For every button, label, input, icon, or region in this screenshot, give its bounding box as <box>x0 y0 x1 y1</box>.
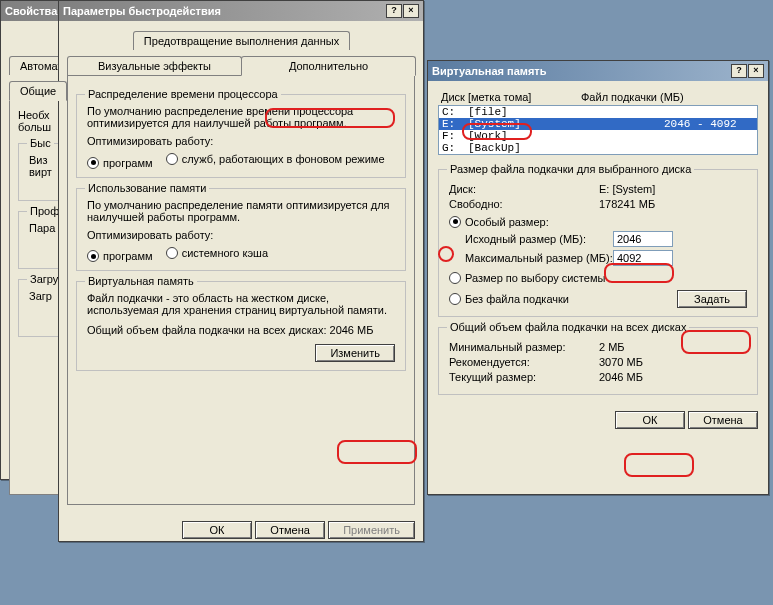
group-selected: Размер файла подкачки для выбранного дис… <box>447 163 694 175</box>
min-label: Минимальный размер: <box>449 341 599 353</box>
help-button[interactable]: ? <box>386 4 402 18</box>
ok-button[interactable]: ОК <box>182 521 252 539</box>
titlebar[interactable]: Виртуальная память ? × <box>428 61 768 81</box>
radio-icon <box>166 153 178 165</box>
apply-button[interactable]: Применить <box>328 521 415 539</box>
drive-list[interactable]: C:[file]E:[System]2046 - 4092F:[Work]G:[… <box>438 105 758 155</box>
mem-optimize-label: Оптимизировать работу: <box>87 229 395 241</box>
help-button[interactable]: ? <box>731 64 747 78</box>
mem-desc: По умолчанию распределение памяти оптими… <box>87 199 395 223</box>
title: Параметры быстродействия <box>63 5 386 17</box>
cur-value: 2046 МБ <box>599 371 643 383</box>
max-size-label: Максимальный размер (МБ): <box>449 252 613 264</box>
initial-size-label: Исходный размер (МБ): <box>449 233 613 245</box>
close-button[interactable]: × <box>403 4 419 18</box>
drive-label: Диск: <box>449 183 599 195</box>
performance-options-window: Параметры быстродействия ? × Предотвраще… <box>58 0 424 542</box>
virtual-memory-window: Виртуальная память ? × Диск [метка тома]… <box>427 60 769 495</box>
radio-icon <box>449 293 461 305</box>
tab-advanced[interactable]: Дополнительно <box>241 56 416 76</box>
radio-mem-cache[interactable]: системного кэша <box>166 247 268 259</box>
vm-total-value: 2046 МБ <box>330 324 374 336</box>
radio-icon <box>449 216 461 228</box>
tab-dep[interactable]: Предотвращение выполнения данных <box>133 31 350 50</box>
radio-no-pagefile[interactable]: Без файла подкачки <box>449 293 667 305</box>
set-button[interactable]: Задать <box>677 290 747 308</box>
radio-system-managed[interactable]: Размер по выбору системы <box>449 272 605 284</box>
drive-row[interactable]: F:[Work] <box>439 130 757 142</box>
group-vm: Виртуальная память <box>85 275 197 287</box>
radio-icon <box>449 272 461 284</box>
rec-value: 3070 МБ <box>599 356 643 368</box>
radio-icon <box>87 157 99 169</box>
radio-cpu-programs[interactable]: программ <box>87 157 153 169</box>
titlebar[interactable]: Параметры быстродействия ? × <box>59 1 423 21</box>
ok-button[interactable]: ОК <box>615 411 685 429</box>
drive-value: E: [System] <box>599 183 655 195</box>
radio-cpu-services[interactable]: служб, работающих в фоновом режиме <box>166 153 385 165</box>
vm-desc: Файл подкачки - это область на жестком д… <box>87 292 395 316</box>
min-value: 2 МБ <box>599 341 625 353</box>
group-profiles: Проф <box>27 205 62 217</box>
group-startup: Загру <box>27 273 61 285</box>
header-pagefile: Файл подкачки (МБ) <box>581 91 755 103</box>
tab-general[interactable]: Общие <box>9 81 67 101</box>
drive-row[interactable]: C:[file] <box>439 106 757 118</box>
radio-custom-size[interactable]: Особый размер: <box>449 216 549 228</box>
header-drive: Диск [метка тома] <box>441 91 581 103</box>
cancel-button[interactable]: Отмена <box>688 411 758 429</box>
cpu-desc: По умолчанию распределение времени проце… <box>87 105 395 129</box>
group-memory: Использование памяти <box>85 182 209 194</box>
close-button[interactable]: × <box>748 64 764 78</box>
radio-mem-programs[interactable]: программ <box>87 250 153 262</box>
radio-icon <box>166 247 178 259</box>
title: Виртуальная память <box>432 65 731 77</box>
group-total: Общий объем файла подкачки на всех диска… <box>447 321 689 333</box>
radio-icon <box>87 250 99 262</box>
free-label: Свободно: <box>449 198 599 210</box>
drive-row[interactable]: G:[BackUp] <box>439 142 757 154</box>
change-button[interactable]: Изменить <box>315 344 395 362</box>
group-cpu: Распределение времени процессора <box>85 88 281 100</box>
vm-total-label: Общий объем файла подкачки на всех диска… <box>87 324 326 336</box>
initial-size-input[interactable] <box>613 231 673 247</box>
rec-label: Рекомендуется: <box>449 356 599 368</box>
cur-label: Текущий размер: <box>449 371 599 383</box>
free-value: 178241 МБ <box>599 198 655 210</box>
cpu-optimize-label: Оптимизировать работу: <box>87 135 395 147</box>
drive-row[interactable]: E:[System]2046 - 4092 <box>439 118 757 130</box>
tab-visual-effects[interactable]: Визуальные эффекты <box>67 56 242 75</box>
group-performance: Быс <box>27 137 54 149</box>
cancel-button[interactable]: Отмена <box>255 521 325 539</box>
max-size-input[interactable] <box>613 250 673 266</box>
